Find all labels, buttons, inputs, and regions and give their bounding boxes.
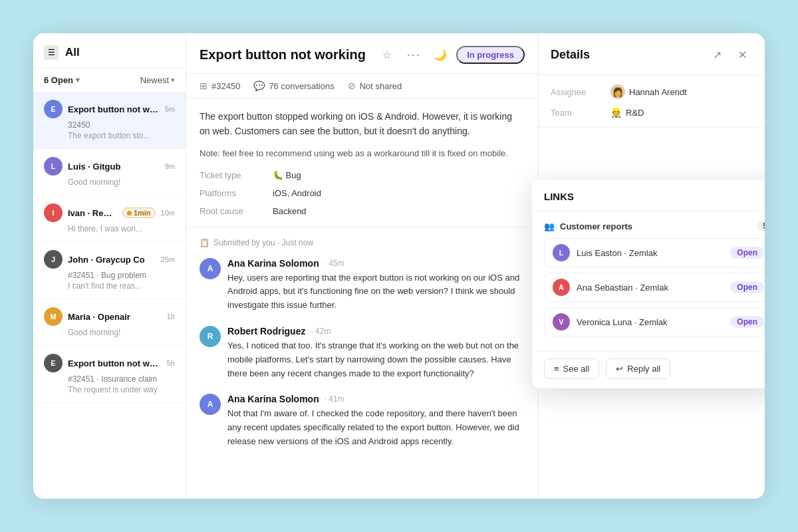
star-button[interactable]: ☆ bbox=[376, 44, 398, 65]
details-panel: Details ↗ ✕ Assignee 👩 Hannah Arendt Tea… bbox=[539, 33, 765, 499]
ticket-type-row: Ticket type 🐛 Bug bbox=[200, 170, 525, 180]
reply-icon: ↩ bbox=[616, 364, 623, 374]
main-content: Export button not working ☆ ··· 🌙 In pro… bbox=[186, 33, 539, 499]
root-cause-row: Root cause Backend bbox=[200, 206, 525, 216]
assignee-value: 👩 Hannah Arendt bbox=[610, 84, 687, 99]
assignee-avatar: 👩 bbox=[610, 84, 625, 99]
team-value: 👷 R&D bbox=[610, 107, 644, 118]
links-footer: ≡ See all ↩ Reply all bbox=[532, 351, 765, 388]
message-time: · 41m bbox=[325, 394, 344, 404]
customer-avatar: L bbox=[553, 244, 570, 261]
message-header: Ana Karina Solomon · 41m bbox=[227, 394, 525, 404]
external-link-button[interactable]: ↗ bbox=[706, 44, 728, 65]
conv-preview: Good morning! bbox=[68, 328, 175, 337]
reply-all-button[interactable]: ↩ Reply all bbox=[606, 358, 670, 379]
not-shared-icon: ⊘ bbox=[348, 80, 356, 91]
conversation-item[interactable]: E Export button not working 5m 32450 The… bbox=[33, 92, 186, 149]
main-header: Export button not working ☆ ··· 🌙 In pro… bbox=[186, 33, 538, 74]
customer-name: Ana Sebastian · Zemlak bbox=[577, 283, 724, 293]
details-actions: ↗ ✕ bbox=[706, 44, 753, 65]
conv-avatar: I bbox=[44, 203, 63, 222]
sidebar-menu-icon[interactable]: ☰ bbox=[44, 45, 59, 60]
message-content: Ana Karina Solomon · 41m Not that I'm aw… bbox=[227, 394, 525, 448]
ticket-meta: ⊞ #32450 💬 76 conversations ⊘ Not shared bbox=[186, 74, 538, 98]
ticket-body: The export button stopped working on iOS… bbox=[186, 98, 538, 227]
conv-avatar: J bbox=[44, 250, 63, 269]
platforms-row: Platforms iOS, Android bbox=[200, 188, 525, 198]
header-actions: ☆ ··· 🌙 In progress bbox=[376, 44, 525, 65]
message-header: Ana Karina Solomon · 45m bbox=[227, 258, 525, 269]
more-button[interactable]: ··· bbox=[403, 44, 424, 65]
conv-avatar: M bbox=[44, 307, 63, 326]
customer-rows: L Luis Easton · Zemlak Open A Ana Sebast… bbox=[544, 238, 765, 336]
message-time: · 42m bbox=[311, 327, 331, 336]
conversations-meta: 💬 76 conversations bbox=[253, 80, 334, 91]
message-avatar: A bbox=[200, 394, 221, 415]
moon-button[interactable]: 🌙 bbox=[430, 44, 451, 65]
details-header: Details ↗ ✕ bbox=[539, 33, 765, 75]
timer-badge: 1min bbox=[122, 207, 156, 218]
conv-avatar: E bbox=[44, 100, 63, 118]
conv-preview: Good morning! bbox=[68, 178, 175, 187]
assignee-label: Assignee bbox=[551, 87, 610, 97]
customer-name: Veronica Luna · Zemlak bbox=[577, 317, 724, 327]
see-all-button[interactable]: ≡ See all bbox=[544, 358, 599, 379]
conv-time: 1h bbox=[167, 313, 175, 321]
ticket-fields: Ticket type 🐛 Bug Platforms iOS, Android… bbox=[200, 170, 525, 216]
message-content: Robert Rodriguez · 42m Yes, I noticed th… bbox=[227, 326, 525, 380]
conv-meta: #32451 · Bug problem bbox=[68, 271, 175, 280]
conv-name: Luis · Gitgub bbox=[68, 162, 160, 172]
message-time: · 45m bbox=[325, 259, 344, 268]
message-author: Ana Karina Solomon bbox=[227, 394, 319, 404]
conv-preview: The export button sto... bbox=[68, 131, 175, 140]
conv-time: 5m bbox=[165, 105, 175, 113]
conv-avatar: L bbox=[44, 157, 63, 176]
status-badge[interactable]: In progress bbox=[456, 46, 525, 64]
links-section-icon: 👥 bbox=[544, 221, 555, 231]
conv-avatar: E bbox=[44, 354, 63, 372]
detail-rows: Assignee 👩 Hannah Arendt Team 👷 R&D bbox=[539, 75, 765, 128]
conversation-item[interactable]: M Maria · Openair 1h Good morning! bbox=[33, 299, 186, 346]
filter-sort-button[interactable]: Newest ▾ bbox=[140, 75, 175, 85]
conv-preview: The request is under way bbox=[68, 385, 175, 394]
conv-preview: I can't find the reas... bbox=[68, 281, 175, 291]
message: R Robert Rodriguez · 42m Yes, I noticed … bbox=[200, 326, 525, 380]
conversation-item[interactable]: E Export button not working 5h #32451 · … bbox=[33, 346, 186, 403]
customer-avatar: A bbox=[553, 279, 570, 296]
submitted-icon: 📋 bbox=[200, 238, 209, 247]
customer-avatar: V bbox=[553, 313, 570, 331]
conv-meta: #32451 · Insurance claim bbox=[68, 374, 175, 384]
message-body: Not that I'm aware of. I checked the cod… bbox=[227, 407, 525, 448]
customer-status-badge: Open bbox=[730, 247, 764, 259]
conversation-item[interactable]: I Ivan · Remora 1min 10m Hi there, I was… bbox=[33, 196, 186, 242]
close-details-button[interactable]: ✕ bbox=[732, 44, 753, 65]
platforms-value: iOS, Android bbox=[273, 188, 321, 198]
conversation-list: E Export button not working 5m 32450 The… bbox=[33, 92, 186, 499]
customer-status-badge: Open bbox=[730, 316, 764, 328]
sort-chevron-icon: ▾ bbox=[171, 76, 175, 84]
message: A Ana Karina Solomon · 45m Hey, users ar… bbox=[200, 258, 525, 313]
conversation-item[interactable]: L Luis · Gitgub 9m Good morning! bbox=[33, 149, 186, 196]
customer-row[interactable]: V Veronica Luna · Zemlak Open bbox=[544, 307, 765, 336]
links-section: 👥 Customer reports 5 L Luis Easton · Zem… bbox=[532, 211, 765, 351]
message-avatar: A bbox=[200, 258, 221, 279]
message-header: Robert Rodriguez · 42m bbox=[227, 326, 525, 336]
conv-name: Export button not working bbox=[68, 358, 162, 368]
message-author: Ana Karina Solomon bbox=[227, 258, 319, 269]
links-panel: LINKS ▴ 👥 Customer reports 5 L Luis East… bbox=[532, 180, 765, 388]
filter-open-button[interactable]: 6 Open ▾ bbox=[44, 75, 80, 85]
conv-time: 5h bbox=[167, 359, 175, 367]
links-section-title: 👥 Customer reports 5 bbox=[544, 221, 765, 231]
conv-time: 9m bbox=[165, 162, 175, 170]
conversation-item[interactable]: J John · Graycup Co 25m #32451 · Bug pro… bbox=[33, 242, 186, 299]
root-cause-label: Root cause bbox=[200, 206, 273, 216]
customer-status-badge: Open bbox=[730, 281, 764, 293]
links-header: LINKS ▴ bbox=[532, 180, 765, 211]
customer-row[interactable]: A Ana Sebastian · Zemlak Open bbox=[544, 273, 765, 302]
ticket-title: Export button not working bbox=[200, 47, 370, 63]
root-cause-value: Backend bbox=[273, 206, 307, 216]
conversation-icon: 💬 bbox=[253, 80, 265, 91]
customer-row[interactable]: L Luis Easton · Zemlak Open bbox=[544, 238, 765, 267]
conv-meta: 32450 bbox=[68, 120, 175, 130]
list-icon: ≡ bbox=[554, 364, 559, 374]
